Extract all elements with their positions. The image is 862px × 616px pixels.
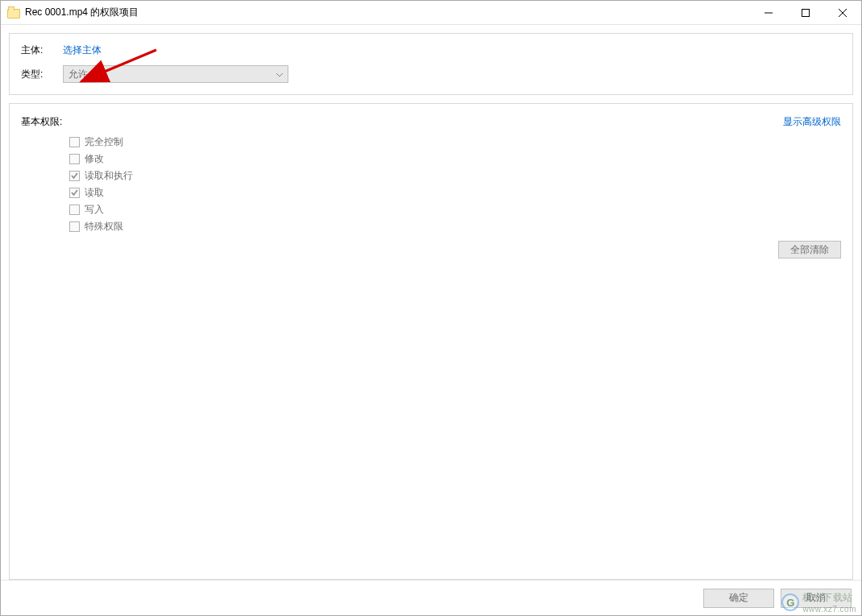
type-select[interactable]: 允许 bbox=[63, 65, 288, 83]
folder-icon bbox=[7, 7, 20, 19]
minimize-button[interactable] bbox=[750, 1, 787, 25]
checkbox-icon[interactable] bbox=[69, 154, 80, 164]
window-title: Rec 0001.mp4 的权限项目 bbox=[25, 6, 139, 19]
permission-label: 写入 bbox=[85, 203, 104, 217]
principal-panel: 主体: 选择主体 类型: 允许 bbox=[9, 33, 853, 95]
permissions-list: 完全控制修改读取和执行读取写入特殊权限 bbox=[69, 135, 841, 234]
dialog-footer: 确定 取消 G 极光下载站 www.xz7.com bbox=[1, 580, 861, 615]
svg-rect-1 bbox=[802, 9, 810, 16]
cancel-button[interactable]: 取消 bbox=[781, 589, 852, 608]
type-select-value: 允许 bbox=[68, 68, 88, 81]
checkbox-icon[interactable] bbox=[69, 221, 80, 232]
permission-label: 修改 bbox=[85, 152, 104, 166]
permission-label: 读取 bbox=[85, 186, 104, 200]
content-area: 主体: 选择主体 类型: 允许 基本权限: 显示高级权限 完全控制修改读取和执行… bbox=[1, 25, 861, 580]
close-button[interactable] bbox=[824, 1, 861, 25]
permission-label: 特殊权限 bbox=[85, 220, 123, 234]
select-principal-link[interactable]: 选择主体 bbox=[63, 43, 102, 57]
permission-item[interactable]: 写入 bbox=[69, 203, 841, 217]
checkbox-icon[interactable] bbox=[69, 171, 80, 181]
permission-dialog: Rec 0001.mp4 的权限项目 主体: 选择主体 bbox=[0, 0, 862, 616]
checkbox-icon[interactable] bbox=[69, 137, 80, 147]
permission-item[interactable]: 读取和执行 bbox=[69, 169, 841, 183]
clear-all-button[interactable]: 全部清除 bbox=[778, 241, 841, 258]
checkbox-icon[interactable] bbox=[69, 188, 80, 198]
permissions-panel: 基本权限: 显示高级权限 完全控制修改读取和执行读取写入特殊权限 全部清除 bbox=[9, 103, 853, 580]
principal-label: 主体: bbox=[21, 43, 63, 57]
chevron-down-icon bbox=[276, 68, 283, 80]
checkbox-icon[interactable] bbox=[69, 205, 80, 215]
basic-permissions-title: 基本权限: bbox=[21, 115, 62, 129]
permission-label: 读取和执行 bbox=[85, 169, 133, 183]
titlebar: Rec 0001.mp4 的权限项目 bbox=[1, 1, 861, 25]
maximize-button[interactable] bbox=[787, 1, 824, 25]
permission-item[interactable]: 修改 bbox=[69, 152, 841, 166]
principal-row: 主体: 选择主体 bbox=[21, 43, 841, 57]
type-label: 类型: bbox=[21, 68, 63, 81]
type-row: 类型: 允许 bbox=[21, 65, 841, 83]
ok-button[interactable]: 确定 bbox=[703, 589, 774, 608]
permission-label: 完全控制 bbox=[85, 135, 123, 149]
show-advanced-permissions-link[interactable]: 显示高级权限 bbox=[783, 115, 841, 129]
permission-item[interactable]: 完全控制 bbox=[69, 135, 841, 149]
permission-item[interactable]: 读取 bbox=[69, 186, 841, 200]
permission-item[interactable]: 特殊权限 bbox=[69, 220, 841, 234]
